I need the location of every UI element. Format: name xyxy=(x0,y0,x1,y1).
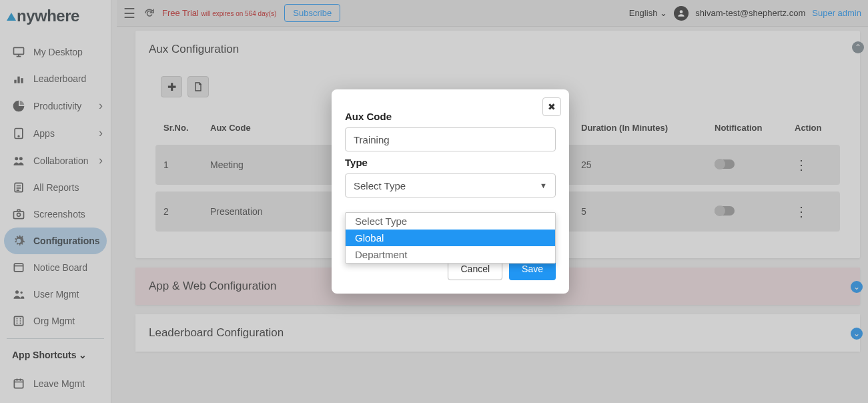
aux-code-label: Aux Code xyxy=(345,111,556,122)
dropdown-option[interactable]: Global xyxy=(346,230,555,246)
type-dropdown: Select Type Global Department xyxy=(345,212,556,264)
select-placeholder: Select Type xyxy=(354,180,406,191)
type-label: Type xyxy=(345,157,556,168)
chevron-down-icon: ▼ xyxy=(540,181,547,189)
close-button[interactable]: ✖ xyxy=(542,97,561,116)
type-select[interactable]: Select Type ▼ xyxy=(345,173,556,197)
aux-code-modal: ✖ Aux Code Type Select Type ▼ Select Typ… xyxy=(332,89,569,294)
aux-code-input[interactable] xyxy=(345,127,556,151)
dropdown-option[interactable]: Select Type xyxy=(346,213,555,230)
dropdown-option[interactable]: Department xyxy=(346,246,555,263)
